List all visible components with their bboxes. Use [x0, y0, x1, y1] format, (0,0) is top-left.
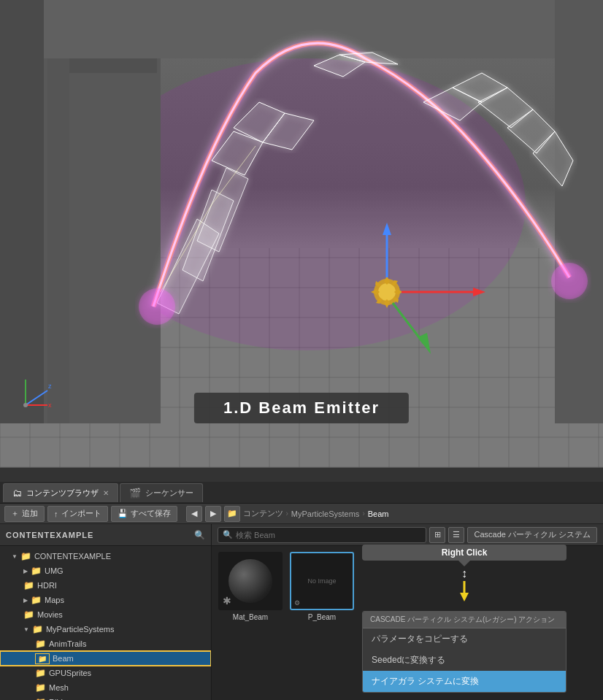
folder-icon: 📁: [35, 682, 46, 693]
search-input[interactable]: [236, 531, 421, 539]
main-content-area: CONTENTEXAMPLE 🔍 ▼ 📁 CONTENTEXAMPLE ▶ 📁 …: [0, 524, 603, 700]
folder-icon: 📁: [20, 551, 31, 561]
add-button[interactable]: ＋ 追加: [4, 506, 45, 522]
arrow-icon: ▼: [12, 553, 18, 560]
p-beam-label: P_Beam: [308, 613, 336, 621]
sidebar-item-animtrails[interactable]: 📁 AnimTrails: [0, 636, 211, 651]
sidebar-label-contentexample: CONTENTEXAMPLE: [34, 552, 111, 561]
svg-point-10: [378, 283, 396, 301]
tab-content-browser[interactable]: 🗂 コンテンツブラウザ ✕: [3, 483, 118, 502]
sidebar-item-movies[interactable]: 📁 Movies: [0, 607, 211, 622]
mat-beam-thumbnail: ✱: [218, 552, 283, 610]
tab-sequencer[interactable]: 🎬 シーケンサー: [120, 483, 203, 502]
svg-rect-5: [47, 58, 69, 423]
svg-line-25: [26, 391, 47, 405]
folder-icon: 📁: [35, 668, 46, 678]
sidebar-item-myparticlesystems[interactable]: ▼ 📁 MyParticleSystems: [0, 622, 211, 636]
folder-up-button[interactable]: 📁: [224, 506, 240, 522]
cascade-label: Cascade パーティクル システム: [467, 527, 597, 543]
breadcrumb: コンテンツ › MyParticleSystems › Beam: [243, 508, 389, 519]
tab-close-button[interactable]: ✕: [103, 489, 109, 497]
sidebar-tree[interactable]: ▼ 📁 CONTENTEXAMPLE ▶ 📁 UMG 📁 HDRI ▶ 📁 Ma…: [0, 546, 211, 700]
asset-p-beam[interactable]: No Image ⚙ P_Beam Right Click ↕: [289, 552, 355, 700]
svg-rect-2: [0, 0, 44, 423]
folder-icon: 📁: [23, 609, 34, 620]
grid-view-button[interactable]: ⊞: [429, 527, 445, 543]
asset-grid: ✱ Mat_Beam No Image ⚙ P_Beam Right Click: [212, 546, 603, 700]
main-toolbar: ＋ 追加 ↑ インポート 💾 すべて保存 ◀ ▶ 📁 コンテンツ › MyPar…: [0, 504, 603, 524]
axis-gizmo: z x: [15, 372, 58, 416]
svg-marker-32: [460, 593, 469, 601]
nav-prev-button[interactable]: ◀: [186, 506, 202, 522]
sidebar-label-maps: Maps: [45, 596, 64, 604]
sidebar-label-beam: Beam: [53, 654, 74, 663]
asset-mat-beam[interactable]: ✱ Mat_Beam: [218, 552, 283, 700]
particle-indicator: ⚙: [294, 599, 300, 607]
sidebar-item-umg[interactable]: ▶ 📁 UMG: [0, 564, 211, 578]
sidebar-item-gpusprites[interactable]: 📁 GPUSprites: [0, 666, 211, 680]
sidebar-label-hdri: HDRI: [37, 581, 57, 590]
sidebar-label-animtrails: AnimTrails: [49, 639, 87, 648]
filter-button[interactable]: ☰: [448, 527, 464, 543]
context-menu-convert-seeded[interactable]: Seededに変換する: [363, 650, 566, 671]
right-click-tooltip: Right Click: [362, 545, 566, 561]
svg-point-7: [139, 288, 175, 325]
folder-icon: 📁: [35, 639, 46, 649]
svg-rect-4: [44, 0, 555, 58]
breadcrumb-particlesystems[interactable]: MyParticleSystems: [291, 509, 360, 518]
breadcrumb-sep-2: ›: [362, 509, 364, 518]
import-button[interactable]: ↑ インポート: [47, 506, 108, 522]
context-menu: CASCADE パーティクル システム(レガシー) アクション パラメータをコピ…: [362, 611, 566, 693]
svg-marker-24: [418, 333, 431, 354]
context-menu-overlay: Right Click ↕ CASCADE パーティクル シ: [362, 545, 566, 693]
sidebar-label-mesh: Mesh: [49, 683, 69, 692]
svg-rect-3: [555, 0, 603, 423]
breadcrumb-beam[interactable]: Beam: [368, 509, 389, 518]
sidebar-item-contentexample[interactable]: ▼ 📁 CONTENTEXAMPLE: [0, 549, 211, 564]
save-all-button[interactable]: 💾 すべて保存: [111, 506, 177, 522]
no-image-label: No Image: [304, 574, 339, 588]
context-menu-convert-niagara[interactable]: ナイアガラ システムに変換: [363, 671, 566, 692]
save-icon: 💾: [118, 509, 128, 518]
sidebar-label-movies: Movies: [37, 610, 63, 619]
sidebar-search-icon[interactable]: 🔍: [194, 530, 205, 540]
arrow-icon: ▶: [23, 597, 28, 604]
sidebar: CONTENTEXAMPLE 🔍 ▼ 📁 CONTENTEXAMPLE ▶ 📁 …: [0, 524, 212, 700]
sidebar-item-ribbon[interactable]: 📁 Ribbon: [0, 695, 211, 700]
add-icon: ＋: [11, 508, 19, 519]
arrow-icon: ▼: [23, 626, 29, 633]
context-menu-header: CASCADE パーティクル システム(レガシー) アクション: [363, 612, 566, 628]
tab-bar: 🗂 コンテンツブラウザ ✕ 🎬 シーケンサー: [0, 482, 603, 504]
folder-icon: 📁: [32, 624, 43, 634]
sidebar-label-umg: UMG: [45, 566, 64, 575]
mat-beam-label: Mat_Beam: [233, 613, 268, 621]
content-toolbar-right: ⊞ ☰: [429, 527, 464, 543]
sidebar-label-myparticlesystems: MyParticleSystems: [46, 625, 115, 634]
sidebar-item-hdri[interactable]: 📁 HDRI: [0, 578, 211, 593]
content-browser-icon: 🗂: [12, 488, 22, 499]
mat-beam-preview: [228, 559, 272, 603]
import-icon: ↑: [54, 509, 58, 518]
sidebar-item-mesh[interactable]: 📁 Mesh: [0, 680, 211, 695]
scene-title: 1.D Beam Emitter: [194, 393, 409, 423]
cursor-indicator: ↕: [362, 568, 566, 580]
breadcrumb-content[interactable]: コンテンツ: [243, 508, 283, 519]
tab-sequencer-label: シーケンサー: [145, 488, 193, 499]
sequencer-icon: 🎬: [129, 488, 141, 499]
sidebar-label-gpusprites: GPUSprites: [49, 669, 91, 677]
arrow-down-indicator: [362, 581, 566, 605]
viewport-3d: z x 1.D Beam Emitter: [0, 0, 603, 467]
arrow-icon: ▶: [23, 568, 28, 574]
sidebar-title: CONTENTEXAMPLE: [6, 531, 93, 539]
nav-next-button[interactable]: ▶: [205, 506, 221, 522]
star-indicator: ✱: [223, 595, 231, 607]
sidebar-item-beam[interactable]: 📁 Beam: [0, 651, 211, 666]
content-toolbar: 🔍 ⊞ ☰ Cascade パーティクル システム: [212, 524, 603, 546]
folder-icon: 📁: [23, 580, 34, 591]
search-box[interactable]: 🔍: [218, 527, 426, 543]
tab-content-browser-label: コンテンツブラウザ: [26, 488, 99, 499]
context-menu-copy-params[interactable]: パラメータをコピーする: [363, 628, 566, 650]
svg-point-30: [23, 403, 28, 407]
sidebar-item-maps[interactable]: ▶ 📁 Maps: [0, 593, 211, 607]
sidebar-header: CONTENTEXAMPLE 🔍: [0, 524, 211, 546]
